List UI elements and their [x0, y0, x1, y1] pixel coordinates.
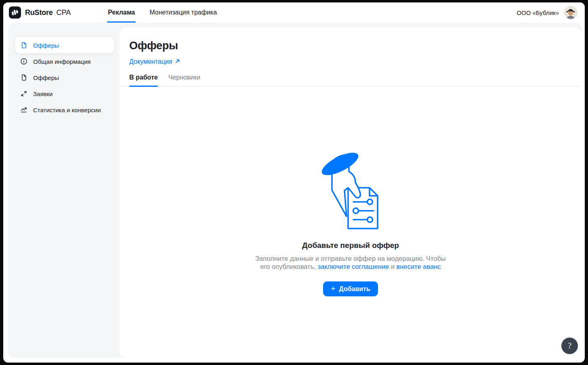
help-button[interactable]: ?	[561, 338, 578, 354]
topnav-ads-tab[interactable]: Реклама	[108, 2, 135, 23]
agreement-link[interactable]: заключите соглашение	[317, 263, 389, 270]
trend-icon	[20, 106, 28, 114]
advance-link[interactable]: внесите аванс	[397, 263, 441, 270]
file-icon	[20, 41, 28, 49]
documentation-link-label: Документация	[129, 58, 172, 65]
plus-icon: +	[331, 285, 335, 292]
file-icon	[20, 73, 28, 82]
page-title: Офферы	[129, 40, 572, 52]
sidebar-item-statistics[interactable]: Статистика и конверсии	[15, 102, 114, 118]
brand-name: RuStore	[25, 8, 53, 17]
account-name: ООО «Бублик»	[517, 9, 559, 16]
sidebar-item-offers[interactable]: Офферы	[15, 69, 114, 86]
offers-tabs: В работе Черновики	[120, 74, 582, 87]
hand-with-offer-illustration	[320, 151, 381, 232]
tab-drafts[interactable]: Черновики	[168, 74, 201, 86]
sidebar-item-general-info[interactable]: Общая информация	[15, 53, 114, 69]
add-offer-button-label: Добавить	[339, 285, 370, 293]
top-navigation: Реклама Монетизация трафика	[108, 2, 217, 23]
documentation-link[interactable]: Документация	[129, 58, 180, 65]
page-header: Офферы Документация	[120, 27, 582, 65]
external-link-arrow-icon	[175, 58, 180, 65]
content-card: Офферы Документация В работе Черновики	[120, 27, 582, 358]
empty-state: Добавьте первый оффер Заполните данные и…	[120, 87, 582, 358]
app-body: Офферы Общая информация	[8, 23, 582, 358]
topnav-traffic-monetization-tab[interactable]: Монетизация трафика	[149, 2, 217, 23]
tab-in-progress[interactable]: В работе	[129, 74, 158, 86]
sidebar-item-requests[interactable]: Заявки	[15, 86, 114, 102]
sidebar-item-label: Офферы	[33, 74, 59, 81]
add-offer-button[interactable]: + Добавить	[323, 281, 378, 296]
app-window: RuStore CPA Реклама Монетизация трафика …	[3, 2, 585, 363]
expand-icon	[20, 90, 28, 98]
sidebar-item-label: Статистика и конверсии	[33, 107, 101, 113]
rustore-logo-icon	[9, 6, 21, 19]
brand-suffix: CPA	[57, 8, 71, 17]
topbar: RuStore CPA Реклама Монетизация трафика …	[3, 2, 585, 23]
sidebar-item-label: Заявки	[33, 90, 52, 97]
brand[interactable]: RuStore CPA	[9, 6, 71, 19]
empty-state-title: Добавьте первый оффер	[302, 241, 399, 250]
sidebar: Офферы Общая информация	[8, 23, 120, 358]
empty-state-description: Заполните данные и отправьте оффер на мо…	[254, 254, 447, 271]
sidebar-item-label: Офферы	[33, 42, 59, 49]
info-icon	[20, 57, 28, 65]
avatar[interactable]	[564, 6, 578, 19]
description-text: и	[389, 263, 396, 270]
sidebar-item-label: Общая информация	[33, 58, 91, 65]
sidebar-item-offers-active[interactable]: Офферы	[15, 37, 114, 53]
account-menu[interactable]: ООО «Бублик»	[517, 6, 578, 19]
